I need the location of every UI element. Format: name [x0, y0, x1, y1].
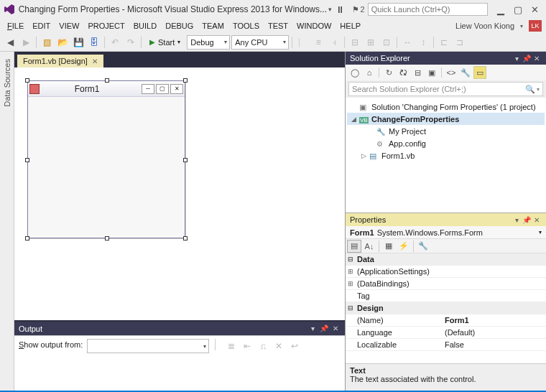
open-button[interactable]: 📂 — [55, 35, 70, 50]
menu-edit[interactable]: EDIT — [29, 20, 53, 32]
align-btn-6[interactable]: ⊡ — [379, 35, 394, 50]
align-btn-8[interactable]: ↕ — [416, 35, 430, 50]
se-preview-icon[interactable]: ▭ — [473, 66, 486, 79]
menu-view[interactable]: VIEW — [56, 20, 82, 32]
platform-combo[interactable]: Any CPU — [231, 35, 289, 50]
prop-appsettings[interactable]: ⊞(ApplicationSettings) — [346, 266, 546, 278]
se-close-icon[interactable]: ✕ — [532, 55, 542, 62]
menu-tools[interactable]: TOOLS — [230, 20, 262, 32]
output-pin-icon[interactable]: 📌 — [319, 324, 329, 334]
align-btn-1[interactable]: ⎸ — [295, 35, 310, 50]
props-events-button[interactable]: ⚡ — [397, 240, 411, 253]
props-drop-icon[interactable]: ▾ — [512, 216, 522, 224]
nav-back-button[interactable]: ◀ — [3, 35, 17, 50]
align-btn-5[interactable]: ⊞ — [364, 35, 378, 50]
notifications-button[interactable]: ⚑ 2 — [349, 5, 368, 14]
props-alpha-button[interactable]: A↓ — [362, 240, 376, 253]
config-combo[interactable]: Debug — [187, 35, 230, 50]
user-dropdown-icon[interactable]: ▾ — [520, 23, 523, 29]
menu-window[interactable]: WINDOW — [294, 20, 334, 32]
tree-solution[interactable]: Solution 'Changing Form Properties' (1 p… — [347, 101, 545, 113]
se-refresh-icon[interactable]: 🗘 — [397, 66, 410, 79]
se-home-icon[interactable]: ⌂ — [363, 66, 376, 79]
tree-project[interactable]: ◢ChangeFormProperties — [347, 113, 545, 125]
document-tab[interactable]: Form1.vb [Design] ✕ — [17, 55, 103, 67]
menu-file[interactable]: FFILEILE — [4, 20, 27, 32]
output-wrap-button[interactable]: ↩ — [287, 339, 302, 353]
prop-tag[interactable]: Tag — [346, 290, 546, 302]
form-preview[interactable]: Form1 ─ ▢ ✕ — [27, 80, 185, 238]
menu-test[interactable]: TEST — [265, 20, 291, 32]
prop-name[interactable]: (Name)Form1 — [346, 314, 546, 327]
props-close-icon[interactable]: ✕ — [532, 216, 542, 224]
menu-debug[interactable]: DEBUG — [162, 20, 196, 32]
se-drop-icon[interactable]: ▾ — [512, 55, 522, 62]
resize-handle[interactable] — [183, 236, 188, 241]
align-btn-4[interactable]: ⊟ — [348, 35, 362, 50]
output-clear-button[interactable]: ✕ — [272, 339, 286, 353]
prop-databindings[interactable]: ⊞(DataBindings) — [346, 278, 546, 290]
align-btn-3[interactable]: ⫞ — [327, 35, 341, 50]
solution-tree[interactable]: Solution 'Changing Form Properties' (1 p… — [346, 98, 546, 213]
menu-team[interactable]: TEAM — [199, 20, 227, 32]
prop-cat-data[interactable]: ⊟Data — [346, 253, 546, 266]
resize-handle[interactable] — [183, 158, 188, 162]
nav-fwd-button[interactable]: ▶ — [19, 35, 33, 50]
output-source-combo[interactable] — [87, 339, 209, 353]
properties-object-combo[interactable]: Form1 System.Windows.Forms.Form ▾ — [346, 226, 546, 239]
new-project-button[interactable]: ▧ — [40, 35, 54, 50]
align-btn-10[interactable]: ⊐ — [453, 35, 467, 50]
output-btn-1[interactable]: ≣ — [224, 339, 239, 353]
props-categorized-button[interactable]: ▤ — [347, 240, 361, 253]
se-showall-icon[interactable]: ▣ — [425, 66, 438, 79]
prop-localizable[interactable]: LocalizableFalse — [346, 339, 546, 351]
se-collapse-icon[interactable]: ⊟ — [411, 66, 424, 79]
tab-close-icon[interactable]: ✕ — [92, 57, 98, 65]
resize-handle[interactable] — [25, 78, 29, 83]
se-pin-icon[interactable]: 📌 — [522, 55, 532, 62]
align-btn-7[interactable]: ↔ — [400, 35, 415, 50]
resize-handle[interactable] — [25, 158, 29, 162]
se-sync-icon[interactable]: ↻ — [382, 66, 395, 79]
suspend-icon[interactable]: ⏸ — [332, 2, 349, 17]
redo-button[interactable]: ↷ — [124, 35, 138, 50]
output-btn-3[interactable]: ⎌ — [256, 339, 270, 353]
se-properties-icon[interactable]: 🔧 — [459, 66, 472, 79]
start-button[interactable]: ▶ Start ▾ — [144, 35, 185, 50]
designer-surface[interactable]: Form1 ─ ▢ ✕ — [14, 67, 345, 320]
se-back-icon[interactable]: ◯ — [348, 66, 361, 79]
user-badge[interactable]: LK — [529, 20, 542, 32]
menu-project[interactable]: PROJECT — [85, 20, 127, 32]
tree-appconfig[interactable]: App.config — [347, 137, 545, 149]
menu-build[interactable]: BUILD — [131, 20, 159, 32]
align-btn-2[interactable]: ≡ — [311, 35, 325, 50]
save-button[interactable]: 💾 — [71, 35, 85, 50]
output-btn-2[interactable]: ⇤ — [240, 339, 254, 353]
user-name[interactable]: Liew Voon Kiong — [455, 22, 514, 30]
resize-handle[interactable] — [105, 78, 109, 83]
data-sources-tab[interactable]: Data Sources — [3, 56, 11, 110]
props-pages-button[interactable]: 🔧 — [416, 240, 430, 253]
props-pin-icon[interactable]: 📌 — [522, 216, 532, 224]
prop-cat-design[interactable]: ⊟Design — [346, 302, 546, 314]
resize-handle[interactable] — [105, 236, 109, 241]
menu-help[interactable]: HELP — [337, 20, 364, 32]
output-dropdown-icon[interactable]: ▾ — [307, 324, 318, 334]
undo-button[interactable]: ↶ — [108, 35, 122, 50]
resize-handle[interactable] — [183, 78, 188, 83]
save-all-button[interactable]: 🗄 — [87, 35, 101, 50]
maximize-button[interactable]: ▢ — [509, 2, 527, 17]
tree-myproject[interactable]: My Project — [347, 125, 545, 137]
se-search-input[interactable]: Search Solution Explorer (Ctrl+;) 🔍 ▾ — [348, 82, 543, 96]
minimize-button[interactable]: ▁ — [492, 2, 509, 17]
resize-handle[interactable] — [25, 236, 29, 241]
close-button[interactable]: ✕ — [526, 2, 543, 17]
se-code-icon[interactable]: <> — [445, 66, 458, 79]
output-close-icon[interactable]: ✕ — [330, 324, 341, 334]
tree-form1[interactable]: ▷Form1.vb — [347, 149, 545, 162]
prop-language[interactable]: Language(Default) — [346, 327, 546, 339]
props-props-button[interactable]: ▦ — [381, 240, 396, 253]
properties-grid[interactable]: ⊟Data ⊞(ApplicationSettings) ⊞(DataBindi… — [346, 253, 546, 363]
align-btn-9[interactable]: ⊏ — [437, 35, 451, 50]
quick-launch-input[interactable] — [368, 3, 488, 16]
